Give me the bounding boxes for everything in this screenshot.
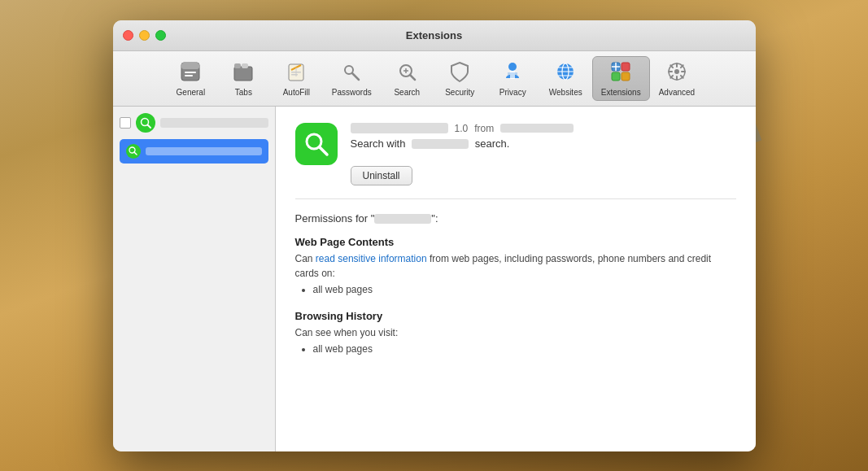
sidebar-item-label-blur (146, 147, 262, 155)
tab-general[interactable]: General (164, 56, 217, 101)
svg-rect-29 (612, 72, 620, 81)
permissions-name-blur (374, 214, 431, 224)
tab-security[interactable]: Security (434, 56, 486, 101)
perm-link-read: read sensitive information (316, 253, 427, 264)
traffic-lights (123, 30, 166, 41)
perm-item-all-web-pages-2: all web pages (313, 343, 736, 355)
ext-description: Search with search. (351, 137, 736, 150)
general-icon (179, 60, 202, 86)
svg-rect-6 (242, 63, 248, 68)
tabs-icon (232, 60, 255, 86)
tab-autofill[interactable]: AutoFill (270, 56, 323, 101)
svg-line-15 (410, 75, 415, 80)
tab-search-label: Search (394, 88, 420, 97)
tab-advanced-label: Advanced (659, 88, 695, 97)
perm-title-browsing: Browsing History (295, 310, 736, 322)
tab-privacy[interactable]: Privacy (486, 56, 539, 101)
ext-from-text: from (474, 123, 494, 134)
ext-desc-name-blur (412, 139, 469, 149)
permission-web-page-contents: Web Page Contents Can read sensitive inf… (295, 236, 736, 295)
tab-passwords[interactable]: Passwords (323, 56, 381, 101)
tab-websites[interactable]: Websites (539, 56, 592, 101)
detail-panel: 1.0 from Search with search. Uninstall (276, 107, 756, 451)
svg-point-32 (674, 69, 679, 74)
svg-rect-30 (622, 72, 630, 81)
main-content: 1.0 from Search with search. Uninstall (113, 107, 756, 451)
extension-icon-small (136, 113, 155, 133)
perm-desc-browsing: Can see when you visit: (295, 325, 736, 340)
svg-line-34 (147, 124, 150, 128)
tab-privacy-label: Privacy (499, 88, 526, 97)
tab-tabs[interactable]: Tabs (217, 56, 270, 101)
tab-search[interactable]: Search (381, 56, 434, 101)
ext-desc-prefix: Search with (351, 137, 406, 150)
privacy-icon (501, 60, 524, 86)
extension-header: 1.0 from Search with search. Uninstall (295, 123, 736, 199)
tab-passwords-label: Passwords (332, 88, 372, 97)
sidebar (113, 107, 276, 451)
extension-enable-checkbox[interactable] (120, 117, 131, 129)
extension-info: 1.0 from Search with search. Uninstall (351, 123, 736, 185)
toolbar: General Tabs (113, 51, 756, 107)
perm-title-web-page: Web Page Contents (295, 236, 736, 248)
svg-rect-10 (291, 72, 301, 73)
permissions-prefix: Permissions for " (295, 212, 375, 225)
tab-general-label: General (177, 88, 206, 97)
svg-rect-26 (622, 63, 630, 71)
perm-item-all-web-pages-1: all web pages (313, 284, 736, 295)
permission-browsing-history: Browsing History Can see when you visit:… (295, 310, 736, 355)
extension-icon-large (295, 123, 338, 165)
window-title: Extensions (406, 29, 462, 41)
tab-tabs-label: Tabs (235, 88, 252, 97)
extensions-icon (609, 60, 632, 86)
svg-rect-2 (185, 72, 196, 73)
svg-line-36 (134, 152, 137, 155)
sidebar-selected-item[interactable] (120, 139, 268, 164)
minimize-button[interactable] (139, 30, 150, 41)
sidebar-item-icon (126, 144, 141, 159)
close-button[interactable] (123, 30, 133, 41)
permissions-section: Permissions for "": Web Page Contents Ca… (295, 212, 736, 355)
maximize-button[interactable] (155, 30, 166, 41)
svg-rect-11 (291, 74, 298, 76)
perm-list-browsing: all web pages (295, 343, 736, 355)
perm-list-web-page: all web pages (295, 284, 736, 295)
svg-line-13 (352, 73, 359, 80)
search-icon (395, 60, 418, 86)
tab-extensions-label: Extensions (601, 88, 641, 97)
ext-from-blur (500, 124, 574, 133)
advanced-icon (665, 60, 688, 86)
preferences-window: Extensions General (113, 20, 756, 451)
websites-icon (554, 60, 577, 86)
svg-rect-4 (234, 67, 252, 81)
permissions-title: Permissions for "": (295, 212, 736, 225)
ext-version: 1.0 (455, 123, 469, 134)
sidebar-ext-name-blur (160, 118, 268, 128)
svg-rect-1 (181, 63, 199, 69)
tab-extensions[interactable]: Extensions (592, 56, 650, 101)
tab-security-label: Security (445, 88, 474, 97)
svg-rect-3 (185, 75, 193, 76)
passwords-icon (340, 60, 363, 86)
tab-websites-label: Websites (549, 88, 582, 97)
ext-desc-suffix: search. (475, 137, 510, 150)
tab-autofill-label: AutoFill (283, 88, 310, 97)
uninstall-button[interactable]: Uninstall (351, 166, 412, 185)
tab-advanced[interactable]: Advanced (650, 56, 704, 101)
svg-point-18 (508, 63, 517, 71)
ext-name-blur (351, 123, 448, 133)
autofill-icon (285, 60, 308, 86)
sidebar-header (120, 113, 268, 133)
perm-desc-web-page: Can read sensitive information from web … (295, 251, 736, 281)
security-icon (448, 60, 471, 86)
ext-name-row: 1.0 from (351, 123, 736, 134)
uninstall-button-wrapper: Uninstall (351, 158, 736, 185)
permissions-suffix: ": (431, 212, 438, 225)
svg-line-38 (320, 147, 327, 155)
svg-rect-5 (234, 63, 241, 68)
titlebar: Extensions (113, 20, 756, 51)
